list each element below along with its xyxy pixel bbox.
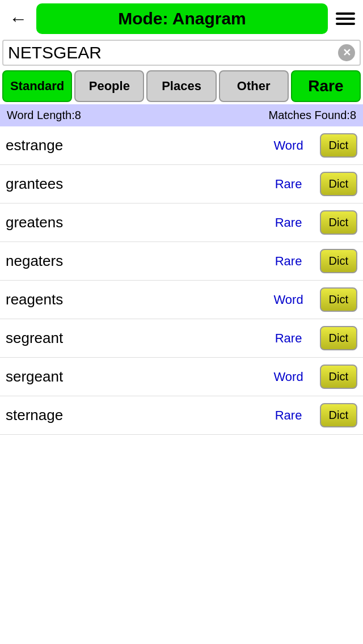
result-word: negaters: [6, 252, 258, 270]
menu-line-1: [336, 12, 355, 15]
result-type: Rare: [258, 215, 320, 230]
menu-line-2: [336, 18, 355, 20]
table-row: negatersRareDict: [0, 242, 363, 281]
result-type: Rare: [258, 254, 320, 269]
dict-button[interactable]: Dict: [320, 403, 357, 427]
dict-button[interactable]: Dict: [320, 249, 357, 273]
word-length-stat: Word Length:8: [7, 109, 81, 122]
table-row: segreantRareDict: [0, 319, 363, 358]
result-type: Rare: [258, 177, 320, 192]
filter-row: Standard People Places Other Rare: [0, 68, 363, 104]
clear-button[interactable]: ✕: [338, 44, 355, 61]
table-row: reagentsWordDict: [0, 281, 363, 319]
table-row: sternageRareDict: [0, 396, 363, 435]
table-row: estrangeWordDict: [0, 126, 363, 165]
menu-line-3: [336, 23, 355, 25]
back-button[interactable]: ←: [5, 6, 32, 32]
result-word: grantees: [6, 175, 258, 193]
result-word: greatens: [6, 214, 258, 231]
search-bar: ✕: [2, 40, 361, 66]
dict-button[interactable]: Dict: [320, 172, 357, 196]
search-input[interactable]: [8, 43, 338, 62]
matches-found-stat: Matches Found:8: [268, 109, 356, 122]
filter-people[interactable]: People: [74, 70, 144, 102]
result-type: Word: [258, 293, 320, 307]
results-list: estrangeWordDictgranteesRareDictgreatens…: [0, 126, 363, 435]
table-row: sergeantWordDict: [0, 358, 363, 396]
result-type: Rare: [258, 408, 320, 423]
result-word: reagents: [6, 291, 258, 308]
dict-button[interactable]: Dict: [320, 287, 357, 312]
header: ← Mode: Anagram: [0, 0, 363, 37]
mode-button[interactable]: Mode: Anagram: [36, 3, 328, 34]
dict-button[interactable]: Dict: [320, 326, 357, 350]
result-word: sergeant: [6, 368, 258, 385]
dict-button[interactable]: Dict: [320, 365, 357, 389]
result-type: Word: [258, 370, 320, 384]
filter-rare[interactable]: Rare: [291, 70, 361, 102]
filter-standard[interactable]: Standard: [2, 70, 72, 102]
result-word: sternage: [6, 406, 258, 424]
table-row: greatensRareDict: [0, 204, 363, 242]
filter-places[interactable]: Places: [146, 70, 216, 102]
stats-row: Word Length:8 Matches Found:8: [0, 104, 363, 126]
result-word: segreant: [6, 329, 258, 347]
filter-other[interactable]: Other: [219, 70, 289, 102]
dict-button[interactable]: Dict: [320, 210, 357, 235]
dict-button[interactable]: Dict: [320, 133, 357, 158]
result-type: Rare: [258, 331, 320, 346]
menu-icon[interactable]: [332, 10, 358, 27]
table-row: granteesRareDict: [0, 165, 363, 204]
result-type: Word: [258, 138, 320, 153]
result-word: estrange: [6, 137, 258, 154]
